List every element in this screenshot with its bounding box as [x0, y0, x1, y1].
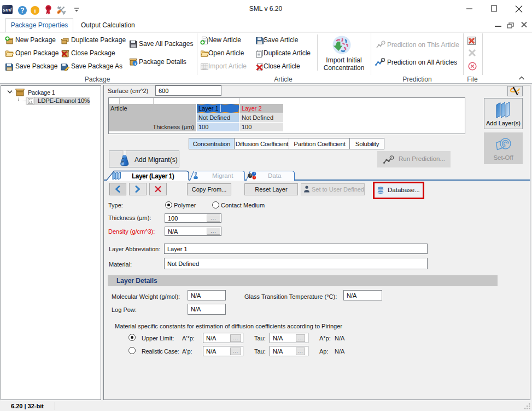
svg-text:csv: csv: [202, 67, 207, 70]
